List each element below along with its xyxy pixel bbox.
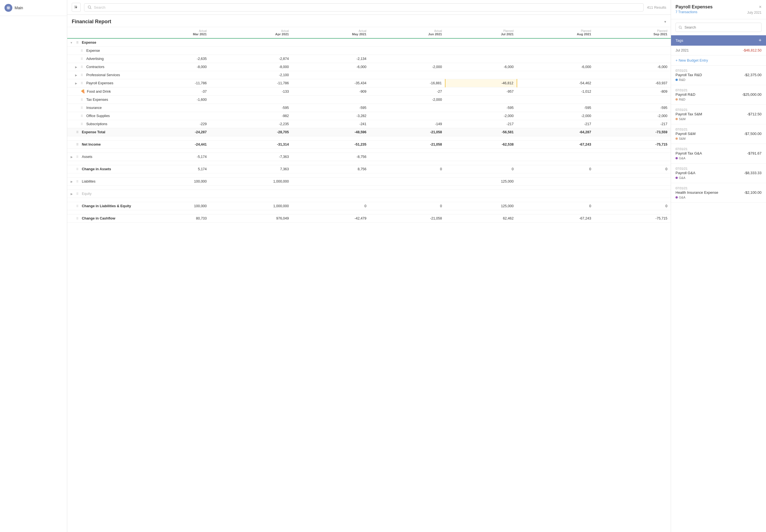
panel-title: Payroll Expenses <box>676 4 713 10</box>
cell-value: -957 <box>445 87 517 96</box>
cell-value <box>210 96 292 104</box>
cell-value <box>292 38 370 47</box>
tag-label: S&M <box>679 117 686 121</box>
transaction-item[interactable]: 07/31/21Payroll S&M-$7,500.00S&M <box>671 124 766 144</box>
table-row[interactable]: ▶☰Professional Services-2,100 <box>67 71 671 79</box>
row-label-text: Expense Total <box>82 130 105 134</box>
cell-value <box>445 153 517 161</box>
cell-value: -62,538 <box>445 141 517 149</box>
row-label-text: Change in Liabilities & Equity <box>82 204 131 208</box>
cell-value: -595 <box>517 104 595 112</box>
table-row[interactable]: ☰Net Income-24,441-31,314-51,235-21,058-… <box>67 141 671 149</box>
tags-label[interactable]: Tags <box>676 38 683 43</box>
table-row[interactable]: ☰Insurance-595-595-595-595-595 <box>67 104 671 112</box>
cell-value <box>292 47 370 55</box>
transaction-name: Payroll R&D <box>676 92 695 97</box>
table-row[interactable]: ☰Tax Expenses-1,600-2,000 <box>67 96 671 104</box>
expand-icon[interactable]: ▾ <box>71 41 74 44</box>
row-icon: ☰ <box>81 66 85 68</box>
transaction-name: Payroll Tax G&A <box>676 151 702 155</box>
tag-dot-icon <box>676 98 678 101</box>
report-chevron-icon[interactable]: ▾ <box>664 20 666 24</box>
tag-dot-icon <box>676 177 678 179</box>
transaction-date: 07/31/21 <box>676 128 762 131</box>
expand-icon[interactable]: ▶ <box>71 155 74 158</box>
cell-value: -67,243 <box>517 214 595 223</box>
transaction-date: 07/31/21 <box>676 88 762 92</box>
table-row[interactable]: ☰Change in Assets5,1747,3638,7560000 <box>67 165 671 173</box>
transaction-tag: S&M <box>676 137 762 140</box>
cell-value: 80,733 <box>134 214 210 223</box>
cell-value: 0 <box>595 165 671 173</box>
new-budget-entry-button[interactable]: + New Budget Entry <box>671 55 766 66</box>
report-header: Financial Report ▾ <box>67 15 671 27</box>
transaction-amount: -$791.67 <box>747 151 762 155</box>
spacer-row <box>67 161 671 165</box>
gear-button[interactable] <box>72 3 81 12</box>
cell-value: -595 <box>292 104 370 112</box>
table-row[interactable]: ▾☰Expense <box>67 38 671 47</box>
transaction-tag: R&D <box>676 78 762 81</box>
cell-value: -8,000 <box>210 63 292 71</box>
cell-value: 5,174 <box>134 165 210 173</box>
spacer-row <box>67 210 671 214</box>
table-row[interactable]: 🍕Food and Drink-37-133-909-27-957-1,012-… <box>67 87 671 96</box>
table-row[interactable]: ☰Subscriptions-229-2,235-241-149-217-217… <box>67 120 671 128</box>
tag-dot-icon <box>676 196 678 199</box>
cell-value: 0 <box>517 202 595 210</box>
cell-value: -2,874 <box>210 55 292 63</box>
panel-tags-bar: Tags + <box>671 35 766 46</box>
tags-add-icon[interactable]: + <box>758 38 762 43</box>
panel-search-input[interactable] <box>685 25 758 29</box>
expand-icon[interactable]: ▶ <box>71 192 74 195</box>
cell-value: -51,235 <box>292 141 370 149</box>
expand-icon[interactable]: ▶ <box>71 180 74 183</box>
main-logo[interactable]: M <box>4 4 12 12</box>
table-row[interactable]: ▶☰Liabilites100,0001,000,000125,000 <box>67 178 671 186</box>
search-bar[interactable]: Search <box>84 3 644 11</box>
expand-icon[interactable]: ▶ <box>75 74 79 77</box>
transaction-item[interactable]: 07/31/21Payroll R&D-$25,000.00R&D <box>671 85 766 105</box>
table-row[interactable]: ☰Expense Total-24,287-28,705-48,596-21,0… <box>67 128 671 136</box>
table-row[interactable]: ☰Office Supplies-982-3,282-2,000-2,000-2… <box>67 112 671 120</box>
panel-close-button[interactable]: × <box>759 4 762 10</box>
cell-value: -595 <box>445 104 517 112</box>
cell-value: -2,000 <box>445 112 517 120</box>
table-row[interactable]: ☰Advertising-2,635-2,874-2,134 <box>67 55 671 63</box>
expand-icon[interactable]: ▶ <box>75 66 79 69</box>
transaction-item[interactable]: 07/31/21Payroll Tax R&D-$2,375.00R&D <box>671 66 766 85</box>
cell-value: -56,581 <box>445 128 517 136</box>
table-row[interactable]: ▶☰Contractors-8,000-8,000-6,000-2,000-6,… <box>67 63 671 71</box>
transaction-item[interactable]: 07/31/21Payroll Tax S&M-$712.50S&M <box>671 105 766 124</box>
cell-value <box>370 112 446 120</box>
topbar: Search 411 Results <box>67 0 671 15</box>
search-results-count: 411 Results <box>647 5 666 10</box>
tag-dot-icon <box>676 157 678 159</box>
cell-value <box>370 178 446 186</box>
cell-value: -27 <box>370 87 446 96</box>
cell-value <box>445 55 517 63</box>
transaction-name: Payroll Tax R&D <box>676 73 702 77</box>
table-row[interactable]: ☰Expense <box>67 47 671 55</box>
report-title: Financial Report <box>72 19 662 25</box>
table-row[interactable]: ▶☰Assets-5,174-7,363-8,756 <box>67 153 671 161</box>
report-area: Financial Report ▾ Actual Mar 2021 Actua… <box>67 15 671 532</box>
col-header-jun-2021: Actual Jun 2021 <box>370 27 446 38</box>
cell-value <box>210 47 292 55</box>
transaction-name: Payroll G&A <box>676 171 695 175</box>
cell-value: -24,441 <box>134 141 210 149</box>
cell-value: -6,000 <box>595 63 671 71</box>
table-row[interactable]: ☰Change in Cashflow80,733976,049-42,479-… <box>67 214 671 223</box>
transaction-item[interactable]: 07/31/21Health Insurance Expense-$2,100.… <box>671 183 766 203</box>
cell-value <box>370 71 446 79</box>
table-row[interactable]: ▶☰Equity <box>67 190 671 198</box>
panel-search-bar[interactable] <box>676 23 762 32</box>
table-row[interactable]: ☰Change in Liabilities & Equity100,0001,… <box>67 202 671 210</box>
panel-title-group: Payroll Expenses 7 Transactions <box>676 4 713 14</box>
transaction-item[interactable]: 07/31/21Payroll Tax G&A-$791.67G&A <box>671 144 766 164</box>
cell-value: -64,287 <box>517 128 595 136</box>
row-icon: ☰ <box>81 49 85 52</box>
table-row[interactable]: ▶☰Payroll Expenses-11,786-11,786-35,434-… <box>67 79 671 87</box>
transaction-item[interactable]: 07/31/21Payroll G&A-$8,333.33G&A <box>671 164 766 183</box>
expand-icon[interactable]: ▶ <box>75 82 79 85</box>
